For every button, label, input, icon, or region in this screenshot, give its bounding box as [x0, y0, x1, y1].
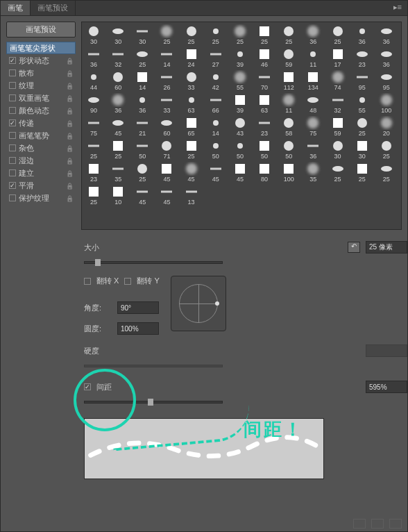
brush-tip-cell[interactable]: 75 [83, 115, 104, 138]
brush-tip-cell[interactable]: 75 [303, 115, 323, 138]
brush-tip-cell[interactable]: 100 [376, 92, 397, 115]
lock-icon[interactable] [66, 56, 73, 65]
lock-icon[interactable] [66, 131, 73, 140]
brush-tip-cell[interactable]: 45 [205, 161, 226, 183]
sidebar-item-1[interactable]: 形状动态 [6, 54, 76, 67]
lock-icon[interactable] [66, 81, 73, 90]
lock-icon[interactable] [66, 119, 73, 127]
brush-tip-cell[interactable]: 10 [108, 184, 128, 206]
brush-tip-cell[interactable]: 36 [376, 47, 397, 69]
brush-tip-cell[interactable]: 25 [376, 161, 397, 183]
brush-tip-cell[interactable]: 44 [83, 69, 104, 92]
brush-tip-cell[interactable]: 36 [108, 92, 128, 115]
brush-tip-cell[interactable]: 25 [328, 161, 348, 183]
brush-tip-cell[interactable]: 23 [352, 47, 373, 69]
brush-tip-cell[interactable]: 32 [108, 47, 128, 69]
brush-tip-cell[interactable]: 55 [352, 92, 373, 115]
brush-tip-cell[interactable]: 36 [132, 92, 153, 115]
brush-tip-cell[interactable]: 25 [83, 138, 104, 160]
flip-y-checkbox[interactable] [124, 278, 131, 285]
brush-tip-cell[interactable]: 11 [278, 92, 299, 115]
brush-tip-cell[interactable]: 25 [181, 24, 202, 46]
brush-tip-cell[interactable]: 55 [230, 69, 250, 92]
lock-icon[interactable] [66, 194, 73, 202]
brush-tip-cell[interactable]: 50 [278, 138, 299, 160]
brush-tip-cell[interactable]: 30 [108, 24, 128, 46]
brush-tip-cell[interactable]: 26 [156, 69, 177, 92]
brush-tip-cell[interactable]: 25 [352, 115, 373, 138]
brush-tip-cell[interactable]: 63 [181, 92, 202, 115]
brush-tip-cell[interactable]: 24 [181, 47, 202, 69]
brush-tip-cell[interactable]: 23 [254, 115, 275, 138]
size-input[interactable] [366, 241, 407, 253]
sidebar-item-11[interactable]: 平滑 [6, 179, 76, 192]
sidebar-item-8[interactable]: 杂色 [6, 142, 76, 154]
brush-tip-cell[interactable]: 36 [83, 47, 104, 69]
toggle-view-icon[interactable] [353, 519, 366, 529]
brush-tip-cell[interactable]: 30 [132, 24, 153, 46]
brush-tip-cell[interactable]: 33 [156, 92, 177, 115]
brush-tip-cell[interactable]: 45 [108, 115, 128, 138]
brush-tip-cell[interactable]: 25 [230, 24, 250, 46]
brush-tip-cell[interactable]: 100 [278, 161, 299, 183]
brush-tip-cell[interactable]: 36 [303, 24, 323, 46]
brush-tip-cell[interactable]: 30 [328, 138, 348, 160]
brush-tip-cell[interactable]: 25 [278, 24, 299, 46]
size-reset-button[interactable]: ↶ [348, 242, 360, 253]
panel-menu-icon[interactable]: ▸≡ [388, 1, 407, 15]
brush-tip-cell[interactable]: 25 [376, 138, 397, 160]
brush-tip-cell[interactable]: 36 [376, 24, 397, 46]
brush-tip-cell[interactable]: 30 [352, 138, 373, 160]
sidebar-item-5[interactable]: 颜色动态 [6, 104, 76, 117]
sidebar-item-2[interactable]: 散布 [6, 67, 76, 79]
brush-tip-cell[interactable]: 25 [132, 161, 153, 183]
brush-tip-cell[interactable]: 63 [254, 92, 275, 115]
sidebar-item-0[interactable]: 画笔笔尖形状 [6, 42, 76, 54]
brush-tip-cell[interactable]: 25 [156, 24, 177, 46]
brush-tip-cell[interactable]: 80 [254, 161, 275, 183]
lock-icon[interactable] [66, 94, 73, 102]
lock-icon[interactable] [66, 169, 73, 177]
roundness-input[interactable] [117, 322, 159, 335]
brush-tip-cell[interactable]: 14 [205, 115, 226, 138]
brush-tip-cell[interactable]: 95 [352, 69, 373, 92]
preset-button[interactable]: 画笔预设 [6, 22, 76, 38]
brush-tip-cell[interactable]: 45 [181, 161, 202, 183]
brush-tip-cell[interactable]: 45 [156, 184, 177, 206]
sidebar-checkbox[interactable] [9, 194, 16, 201]
brush-tip-cell[interactable]: 23 [83, 161, 104, 183]
brush-tip-cell[interactable]: 39 [230, 47, 250, 69]
brush-tip-cell[interactable]: 30 [83, 24, 104, 46]
sidebar-item-9[interactable]: 湿边 [6, 154, 76, 167]
sidebar-checkbox[interactable] [9, 94, 16, 101]
size-slider[interactable] [84, 258, 223, 267]
lock-icon[interactable] [66, 181, 73, 190]
brush-tip-cell[interactable]: 60 [108, 69, 128, 92]
spacing-slider[interactable] [84, 397, 223, 407]
brush-tip-cell[interactable]: 50 [230, 138, 250, 160]
brush-tip-cell[interactable]: 25 [328, 24, 348, 46]
sidebar-checkbox[interactable] [9, 182, 16, 189]
brush-tip-cell[interactable]: 58 [278, 115, 299, 138]
sidebar-item-4[interactable]: 双重画笔 [6, 92, 76, 104]
delete-icon[interactable] [389, 519, 402, 529]
lock-icon[interactable] [66, 106, 73, 115]
sidebar-checkbox[interactable] [9, 82, 16, 89]
brush-tip-cell[interactable]: 35 [303, 161, 323, 183]
sidebar-item-12[interactable]: 保护纹理 [6, 192, 76, 204]
brush-tip-cell[interactable]: 45 [230, 161, 250, 183]
brush-tip-cell[interactable]: 14 [132, 69, 153, 92]
sidebar-item-3[interactable]: 纹理 [6, 79, 76, 92]
brush-tip-cell[interactable]: 25 [132, 47, 153, 69]
brush-tip-cell[interactable]: 39 [230, 92, 250, 115]
spacing-input[interactable] [366, 381, 407, 393]
brush-tip-cell[interactable]: 43 [230, 115, 250, 138]
brush-tip-cell[interactable]: 35 [108, 161, 128, 183]
brush-tip-cell[interactable]: 71 [156, 138, 177, 160]
tab-brush-presets[interactable]: 画笔预设 [31, 1, 76, 15]
brush-tip-cell[interactable]: 50 [205, 138, 226, 160]
sidebar-checkbox[interactable] [9, 69, 16, 76]
brush-tip-cell[interactable]: 65 [181, 115, 202, 138]
brush-tip-cell[interactable]: 25 [205, 24, 226, 46]
brush-tip-cell[interactable]: 90 [83, 92, 104, 115]
